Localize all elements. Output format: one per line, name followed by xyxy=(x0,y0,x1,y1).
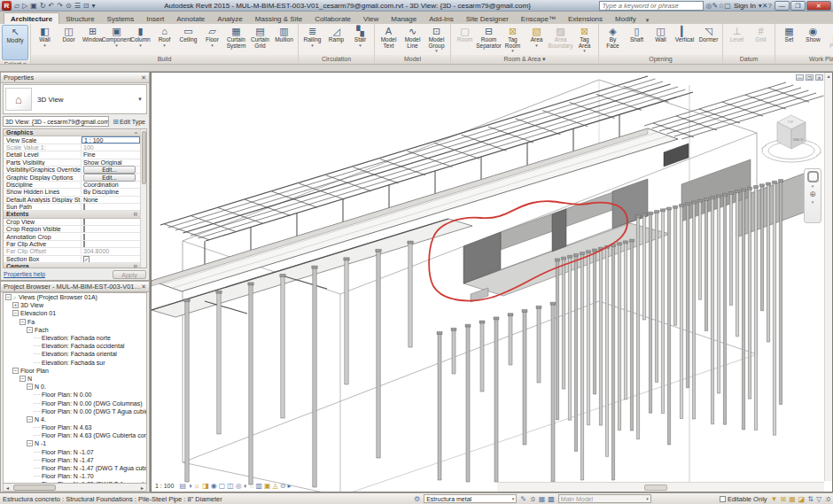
reveal-hidden-elements-icon[interactable]: ◌ xyxy=(250,482,254,491)
tree-item-elevation-fachada-norte[interactable]: Elevation: Fachada norte xyxy=(4,334,146,342)
select-links-icon[interactable]: ⇅ xyxy=(807,495,814,503)
property-row-detail-level[interactable]: Detail LevelFine xyxy=(4,151,140,159)
property-checkbox[interactable] xyxy=(83,226,85,232)
dropdown-arrow-icon[interactable]: ▾ xyxy=(43,43,46,47)
detail-level-icon[interactable]: ▤ xyxy=(179,482,186,491)
property-value[interactable] xyxy=(82,241,140,247)
tree-item-floor-plan-n-0-00[interactable]: Floor Plan: N 0.00 xyxy=(4,391,146,399)
gray-inactive-icon[interactable]: ▩ xyxy=(548,495,555,503)
mullion-button[interactable]: ▥Mullion xyxy=(272,25,296,43)
dropdown-arrow-icon[interactable]: ▾ xyxy=(435,49,438,52)
restore-button[interactable]: ❐ xyxy=(790,1,806,11)
property-row-sun-path[interactable]: Sun Path xyxy=(4,204,140,211)
ribbon-display-toggle-icon[interactable]: ▾ xyxy=(646,17,650,24)
property-row-section-box[interactable]: Section Box✓ xyxy=(4,256,140,263)
expand-icon[interactable]: + xyxy=(12,302,19,308)
dropdown-arrow-icon[interactable]: ▾ xyxy=(583,49,586,52)
visual-style-icon[interactable]: ◑ xyxy=(188,482,192,491)
undo-icon[interactable]: ↶ xyxy=(48,1,56,11)
tree-item-floor-plan-n-1-47[interactable]: Floor Plan: N -1.47 xyxy=(4,456,146,464)
property-value[interactable]: By Discipline xyxy=(82,189,140,195)
collapse-icon[interactable]: − xyxy=(5,294,12,300)
tree-item-fa[interactable]: −Fa xyxy=(4,318,146,326)
sync-with-central-icon[interactable]: ↻ xyxy=(39,1,47,11)
set-button[interactable]: ▦Set xyxy=(777,25,801,43)
canvas-horizontal-scrollbar[interactable] xyxy=(497,482,824,492)
sun-path-icon[interactable]: ☼ xyxy=(194,482,200,491)
dormer-button[interactable]: ◹Dormer xyxy=(697,25,720,43)
tree-item-floor-plan-n-0-00-dwg-columnas-[interactable]: Floor Plan: N 0.00 (DWG Columnas) xyxy=(4,399,146,407)
tab-manage[interactable]: Manage xyxy=(385,13,423,24)
tree-item-elevation-fachada-oriental[interactable]: Elevation: Fachada oriental xyxy=(4,350,146,358)
sign-in-icon[interactable]: ▢ xyxy=(724,2,731,10)
worksets-icon[interactable]: ⚙ xyxy=(414,495,420,503)
door-button[interactable]: ◫Door xyxy=(57,25,81,43)
property-value[interactable] xyxy=(82,234,140,240)
tree-item-floor-plan-n-4-63-dwg-cubierta-concre[interactable]: Floor Plan: N 4.63 (DWG Cubierta concre xyxy=(4,431,146,439)
tab-enscape-[interactable]: Enscape™ xyxy=(515,13,562,24)
tree-item-floor-plan-n-4-63[interactable]: Floor Plan: N 4.63 xyxy=(4,423,146,431)
view-minimize-button[interactable]: — xyxy=(796,74,804,81)
property-value[interactable] xyxy=(82,226,140,232)
show-crop-region-icon[interactable]: ◫ xyxy=(227,482,234,491)
floor-button[interactable]: ▱Floor▾ xyxy=(200,25,224,47)
property-value[interactable]: Edit... xyxy=(82,174,140,182)
property-value[interactable]: 100 xyxy=(82,144,140,151)
view-close-button[interactable]: ✕ xyxy=(815,74,823,81)
unlock-view-icon[interactable]: ◎ xyxy=(236,482,242,491)
collapse-icon[interactable]: − xyxy=(12,368,19,374)
property-row-far-clip-active[interactable]: Far Clip Active xyxy=(4,241,140,248)
editable-only-toggle[interactable]: Editable Only xyxy=(720,495,767,503)
press-drag-icon[interactable]: ▼ xyxy=(771,495,778,503)
help-icon[interactable]: ? xyxy=(768,2,772,10)
measure-icon[interactable]: ⊙ xyxy=(65,1,73,11)
property-value[interactable] xyxy=(82,204,140,210)
dropdown-arrow-icon[interactable]: ▾ xyxy=(115,43,118,47)
tree-item-n-4-[interactable]: −N 4. xyxy=(4,415,146,423)
tree-item-floor-plan-n-1-47-dwg-t-agua-cubierta[interactable]: Floor Plan: N -1.47 (DWG T Agua cubierta xyxy=(4,464,146,472)
tab-massing-site[interactable]: Massing & Site xyxy=(249,13,308,24)
properties-scrollbar[interactable] xyxy=(140,129,146,268)
property-value[interactable]: None xyxy=(82,197,140,203)
collapse-icon[interactable]: − xyxy=(27,384,33,390)
type-selector[interactable]: ⌂ 3D View ▼ xyxy=(3,84,147,114)
property-value[interactable]: Fine xyxy=(82,151,140,158)
component-button[interactable]: ▣Component▾ xyxy=(105,25,128,47)
property-row-discipline[interactable]: DisciplineCoordination xyxy=(4,182,140,189)
vcb-expander-icon[interactable]: ▸ xyxy=(287,482,291,491)
steering-wheel-icon[interactable] xyxy=(807,171,819,182)
dropdown-arrow-icon[interactable]: ▾ xyxy=(311,43,314,47)
tree-item-views-project-browser-01a-[interactable]: −⌕Views (Project Browser 01A) xyxy=(4,293,146,301)
apply-button[interactable]: Apply xyxy=(113,270,146,279)
tab-structure[interactable]: Structure xyxy=(59,13,100,24)
tree-item-floor-plan[interactable]: −Floor Plan xyxy=(4,367,146,375)
property-checkbox[interactable] xyxy=(83,241,85,247)
property-checkbox[interactable] xyxy=(83,234,85,240)
active-workset-selector[interactable]: Estructura metal▾ xyxy=(424,494,517,503)
worksets-dialog-icon[interactable]: ▦ xyxy=(539,495,546,503)
temporary-view-properties-icon[interactable]: ▣ xyxy=(264,482,271,491)
dropdown-arrow-icon[interactable]: ▾ xyxy=(511,49,514,52)
scroll-up-icon[interactable]: ▴ xyxy=(825,73,832,81)
property-checkbox[interactable]: ✓ xyxy=(83,256,90,262)
modify-button[interactable]: ↖Modify xyxy=(2,25,28,60)
editable-only-checkbox[interactable] xyxy=(720,496,726,502)
dropdown-arrow-icon[interactable]: ▾ xyxy=(163,43,166,47)
tree-item-elevation-fachada-sur[interactable]: Elevation: Fachada sur xyxy=(4,359,146,367)
tree-item-floor-plan-n-1-70[interactable]: Floor Plan: N -1.70 xyxy=(4,472,146,480)
sign-in-button[interactable]: Sign In xyxy=(734,2,756,10)
project-browser-close-icon[interactable]: ✕ xyxy=(141,283,146,291)
dropdown-arrow-icon[interactable]: ▾ xyxy=(535,43,538,47)
tab-annotate[interactable]: Annotate xyxy=(170,13,211,24)
property-row-scale-value-1-[interactable]: Scale Value 1:100 xyxy=(4,144,140,151)
tab-add-ins[interactable]: Add-Ins xyxy=(423,13,460,24)
railing-button[interactable]: ≣Railing▾ xyxy=(300,25,324,47)
worksharing-display-icon[interactable]: ▥ xyxy=(255,482,262,491)
crop-view-icon[interactable]: ▢ xyxy=(219,482,226,491)
tab-extensions[interactable]: Extensions xyxy=(562,13,609,24)
property-row-crop-region-visible[interactable]: Crop Region Visible xyxy=(4,226,140,233)
type-selector-dropdown-icon[interactable]: ▼ xyxy=(137,97,144,102)
model-group-button[interactable]: ⊡Model Group▾ xyxy=(424,25,448,52)
collapse-icon[interactable]: − xyxy=(27,416,33,423)
property-value[interactable]: Show Original xyxy=(82,159,140,166)
